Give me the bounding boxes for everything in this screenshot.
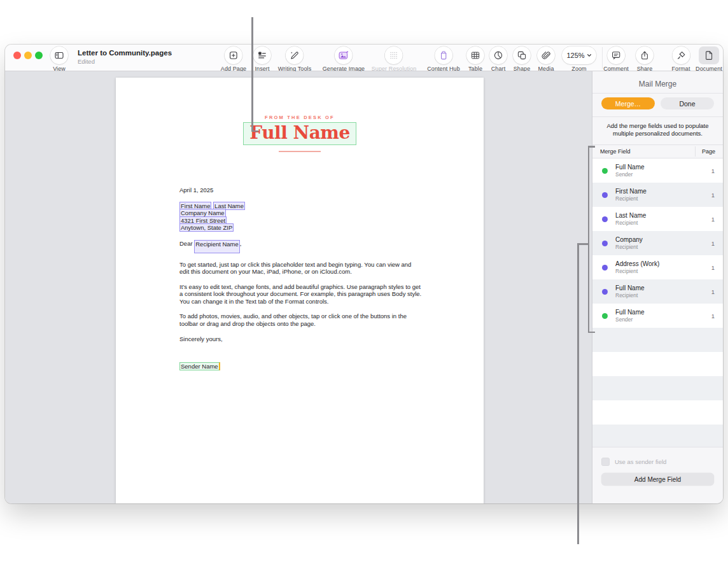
- pages-app-window: View Letter to Community.pages Edited Ad…: [5, 45, 723, 503]
- merge-field-row[interactable]: Full NameRecipient 1: [592, 279, 723, 304]
- recipient-address-block: First Name Last Name Company Name 4321 F…: [179, 202, 423, 232]
- window-title: Letter to Community.pages Edited: [78, 49, 172, 65]
- sender-dot: [602, 313, 608, 319]
- content-hub-icon: [435, 46, 452, 64]
- recipient-dot: [602, 216, 608, 222]
- writing-tools-button[interactable]: Writing Tools: [278, 46, 312, 72]
- table-button[interactable]: Table: [466, 46, 484, 72]
- page-number: 1: [711, 264, 723, 271]
- page-number: 1: [711, 313, 723, 320]
- page-number: 1: [711, 167, 723, 174]
- chart-icon: [489, 46, 507, 64]
- done-button[interactable]: Done: [661, 97, 714, 109]
- shape-icon: [513, 46, 531, 64]
- callout-line-merge-fields: [577, 243, 579, 544]
- use-as-sender-field-checkbox[interactable]: Use as sender field: [601, 458, 714, 466]
- close-window-button[interactable]: [13, 52, 21, 59]
- comment-button[interactable]: Comment: [603, 46, 629, 72]
- letter-date: April 1, 2025: [179, 186, 423, 194]
- zoom-value: 125%: [566, 52, 584, 59]
- checkbox-icon: [601, 458, 610, 466]
- document-canvas: FROM THE DESK OF Full Name April 1, 2025…: [5, 71, 592, 503]
- chevron-down-icon: [587, 53, 592, 58]
- add-merge-field-button[interactable]: Add Merge Field: [601, 473, 714, 486]
- callout-bracket-top-tick: [588, 146, 595, 148]
- super-resolution-button[interactable]: Super Resolution: [372, 46, 417, 72]
- add-page-button[interactable]: Add Page: [221, 46, 246, 72]
- panel-footer: Use as sender field Add Merge Field: [592, 447, 723, 486]
- writing-tools-icon: [286, 46, 304, 64]
- format-brush-icon: [672, 46, 690, 64]
- screenshot-stage: View Letter to Community.pages Edited Ad…: [0, 0, 728, 562]
- paperclip-icon: [537, 46, 555, 64]
- merge-field-table: Merge Field Page Full NameSender 1 First…: [592, 144, 723, 447]
- panel-title: Mail Merge: [592, 71, 723, 88]
- insert-button[interactable]: Insert: [253, 46, 271, 72]
- sender-dot: [602, 168, 608, 174]
- page-number: 1: [711, 240, 723, 247]
- recipient-dot: [602, 192, 608, 198]
- callout-hook-merge-fields: [577, 243, 588, 245]
- generate-image-button[interactable]: Generate Image: [323, 46, 365, 72]
- letter-page[interactable]: FROM THE DESK OF Full Name April 1, 2025…: [116, 78, 484, 503]
- format-button[interactable]: Format: [671, 46, 690, 72]
- table-header: Merge Field Page: [592, 144, 723, 158]
- salutation-line: Dear Recipient Name,: [179, 240, 423, 253]
- document-title: Letter to Community.pages: [78, 49, 172, 57]
- comment-icon: [607, 46, 625, 64]
- share-button[interactable]: Share: [636, 46, 654, 72]
- shape-button[interactable]: Shape: [513, 46, 531, 72]
- merge-button[interactable]: Merge…: [601, 97, 655, 109]
- column-header-merge-field: Merge Field: [592, 148, 631, 155]
- body-paragraph[interactable]: It’s easy to edit text, change fonts, an…: [179, 283, 423, 306]
- zoom-control[interactable]: 125% Zoom: [562, 46, 596, 72]
- super-resolution-icon: [385, 46, 403, 64]
- callout-tick-full-name: [251, 130, 258, 132]
- add-page-icon: [225, 46, 242, 64]
- empty-table-rows: [592, 328, 723, 447]
- toolbar: View Letter to Community.pages Edited Ad…: [5, 45, 723, 71]
- column-header-page: Page: [695, 146, 723, 157]
- chart-button[interactable]: Chart: [489, 46, 507, 72]
- toolbar-separator: [602, 47, 603, 69]
- panel-description: Add the merge fields used to populate mu…: [592, 117, 723, 137]
- sidebar-toggle-icon: [50, 46, 68, 64]
- recipient-dot: [602, 265, 608, 270]
- zoom-window-button[interactable]: [35, 52, 43, 59]
- document-icon: [699, 46, 719, 64]
- generate-image-icon: [335, 46, 353, 64]
- media-button[interactable]: Media: [537, 46, 555, 72]
- content-hub-button[interactable]: Content Hub: [427, 46, 460, 72]
- page-number: 1: [711, 288, 723, 295]
- document-status: Edited: [78, 58, 172, 65]
- share-icon: [636, 46, 654, 64]
- merge-field-row[interactable]: First NameRecipient 1: [592, 183, 723, 207]
- merge-field-city-state-zip[interactable]: Anytown, State ZIP: [179, 223, 234, 232]
- callout-line-full-name: [251, 17, 253, 132]
- body-paragraph[interactable]: To add photos, movies, audio, and other …: [179, 313, 423, 327]
- callout-bracket-merge-fields: [588, 146, 590, 333]
- insert-icon: [253, 46, 271, 64]
- table-icon: [466, 46, 484, 64]
- document-button[interactable]: Document: [696, 46, 722, 72]
- merge-field-row[interactable]: Full NameSender 1: [592, 304, 723, 328]
- closing-line: Sincerely yours,: [179, 335, 423, 343]
- recipient-dot: [602, 241, 608, 246]
- merge-field-row[interactable]: Address (Work)Recipient 1: [592, 255, 723, 279]
- merge-field-row[interactable]: Full NameSender 1: [592, 158, 723, 183]
- view-button[interactable]: View: [50, 46, 68, 72]
- merge-field-row[interactable]: CompanyRecipient 1: [592, 231, 723, 255]
- callout-bracket-bottom-tick: [588, 332, 595, 334]
- recipient-dot: [602, 289, 608, 295]
- mail-merge-panel: Mail Merge Merge… Done Add the merge fie…: [592, 71, 723, 503]
- minimize-window-button[interactable]: [24, 52, 32, 59]
- merge-field-recipient-name[interactable]: Recipient Name: [194, 240, 240, 253]
- signature-line: Sender Name: [179, 363, 423, 370]
- page-number: 1: [711, 216, 723, 223]
- merge-field-row[interactable]: Last NameRecipient 1: [592, 207, 723, 231]
- merge-field-sender-name[interactable]: Sender Name: [179, 362, 220, 370]
- body-paragraph[interactable]: To get started, just tap or click this p…: [179, 261, 423, 276]
- page-number: 1: [711, 192, 723, 199]
